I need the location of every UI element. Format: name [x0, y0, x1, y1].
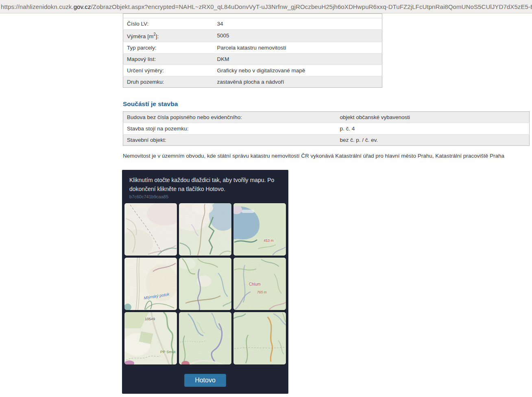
row-value: 34 — [214, 18, 382, 30]
row-label: Mapový list: — [123, 53, 214, 65]
captcha-tile-7[interactable]: 10549 PP Smut — [124, 312, 177, 364]
captcha-header: Kliknutím otočte každou dlaždici tak, ab… — [122, 170, 288, 202]
captcha-challenge-code: b7c60c741b9caa85 — [129, 194, 281, 199]
table-row: Typ parcely: Parcela katastru nemovitost… — [123, 42, 382, 53]
captcha-footer: Hotovo — [122, 364, 288, 394]
building-detail-table: Budova bez čísla popisného nebo evidenčn… — [123, 111, 530, 146]
captcha-tile-4[interactable]: Mlýnský potok — [124, 258, 177, 310]
row-value: Parcela katastru nemovitostí — [214, 42, 382, 53]
map-tile-image: 453 m — [233, 203, 286, 256]
row-value: bez č. p. / č. ev. — [336, 134, 530, 145]
map-tile-image — [233, 312, 286, 364]
row-label: Budova bez čísla popisného nebo evidenčn… — [123, 111, 336, 123]
captcha-done-button[interactable]: Hotovo — [184, 374, 226, 387]
page-url: https://nahlizenidokn.cuzk.gov.cz/Zobraz… — [1, 3, 532, 10]
captcha-tile-9[interactable] — [233, 312, 286, 364]
captcha-tile-8[interactable] — [179, 312, 231, 364]
row-label: Druh pozemku: — [123, 76, 214, 87]
captcha-tile-3[interactable]: 453 m — [233, 203, 286, 256]
browser-address-bar[interactable]: https://nahlizenidokn.cuzk.gov.cz/Zobraz… — [0, 0, 532, 13]
row-value: zastavěná plocha a nádvoří — [214, 76, 382, 87]
captcha-tile-2[interactable] — [179, 203, 231, 256]
table-row: Druh pozemku: zastavěná plocha a nádvoří — [123, 76, 382, 87]
table-row: Stavební objekt: bez č. p. / č. ev. — [123, 134, 530, 145]
jurisdiction-note: Nemovitost je v územním obvodu, kde stát… — [123, 153, 532, 159]
row-label: Číslo LV: — [123, 18, 214, 30]
map-tile-image — [179, 203, 231, 256]
row-value: p. č. 4 — [336, 123, 530, 134]
map-tile-image: Chlum 765 m — [233, 258, 286, 310]
captcha-tile-5[interactable] — [179, 258, 231, 310]
map-tile-image — [179, 258, 231, 310]
captcha-tile-6[interactable]: Chlum 765 m — [233, 258, 286, 310]
table-row: Mapový list: DKM — [123, 53, 382, 65]
row-value: Graficky nebo v digitalizované mapě — [214, 65, 382, 76]
row-label: Stavební objekt: — [123, 134, 336, 145]
row-label: Určení výměry: — [123, 65, 214, 76]
captcha-instruction: Kliknutím otočte každou dlaždici tak, ab… — [129, 176, 277, 193]
table-row: Budova bez čísla popisného nebo evidenčn… — [123, 111, 530, 123]
map-tile-image — [124, 203, 177, 256]
map-tile-image: 10549 PP Smut — [124, 312, 177, 364]
captcha-widget: Kliknutím otočte každou dlaždici tak, ab… — [122, 170, 288, 394]
page-content: Číslo LV: 34 Výměra [m2]: 5005 Typ parce… — [0, 13, 532, 394]
url-domain: gov.cz — [74, 3, 91, 10]
row-label: Výměra [m2]: — [123, 30, 214, 42]
table-row: Výměra [m2]: 5005 — [123, 30, 382, 42]
captcha-tile-1[interactable] — [124, 203, 177, 256]
row-value: objekt občanské vybavenosti — [336, 111, 530, 123]
table-row: Stavba stojí na pozemku: p. č. 4 — [123, 123, 530, 134]
table-row: Číslo LV: 34 — [123, 18, 382, 30]
map-tile-image: Mlýnský potok — [124, 258, 177, 310]
map-tile-image — [179, 312, 231, 364]
row-value: DKM — [214, 53, 382, 65]
row-label: Stavba stojí na pozemku: — [123, 123, 336, 134]
parcel-detail-table: Číslo LV: 34 Výměra [m2]: 5005 Typ parce… — [123, 13, 382, 88]
table-row: Určení výměry: Graficky nebo v digitaliz… — [123, 65, 382, 76]
row-label: Typ parcely: — [123, 42, 214, 53]
captcha-tile-grid: 453 m Mlýnský potok — [122, 202, 288, 364]
row-value: 5005 — [214, 30, 382, 42]
table-row-partial — [123, 14, 382, 18]
section-heading-building: Součástí je stavba — [123, 100, 532, 108]
